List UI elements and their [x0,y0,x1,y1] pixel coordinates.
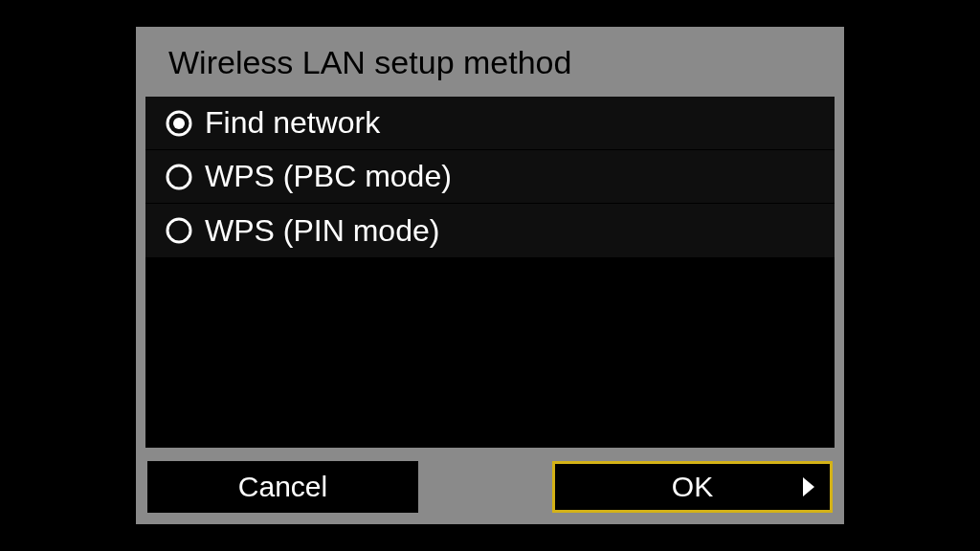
dialog-footer: Cancel OK [145,448,835,513]
svg-point-1 [173,118,185,129]
option-wps-pin[interactable]: WPS (PIN mode) [145,204,835,257]
svg-marker-4 [803,477,814,496]
dialog-title: Wireless LAN setup method [145,36,835,97]
wifi-setup-dialog: Wireless LAN setup method Find network W… [136,27,844,524]
svg-point-2 [167,165,190,188]
radio-selected-icon [165,109,193,138]
cancel-button-label: Cancel [238,471,327,503]
options-list: Find network WPS (PBC mode) WPS (PIN mod… [145,97,835,448]
radio-unselected-icon [165,216,193,245]
ok-button[interactable]: OK [552,461,833,513]
radio-unselected-icon [165,163,193,191]
svg-point-3 [167,219,190,242]
option-find-network[interactable]: Find network [145,97,835,150]
option-wps-pbc[interactable]: WPS (PBC mode) [145,150,835,204]
ok-button-label: OK [672,471,713,503]
option-label: Find network [205,105,380,141]
cancel-button[interactable]: Cancel [147,461,418,513]
option-label: WPS (PBC mode) [205,159,452,194]
arrow-right-icon [801,476,816,497]
option-label: WPS (PIN mode) [205,213,439,249]
